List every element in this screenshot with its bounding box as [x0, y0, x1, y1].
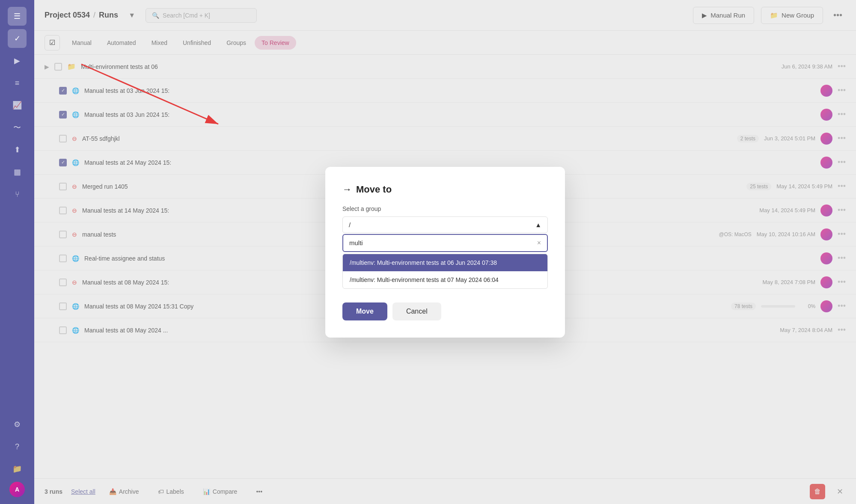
move-button[interactable]: Move — [342, 302, 387, 320]
sidebar-icon-wave[interactable]: 〜 — [8, 118, 27, 137]
cancel-button[interactable]: Cancel — [392, 302, 441, 320]
group-option-label: /multienv: Multi-environment tests at 07… — [350, 276, 499, 283]
select-group-label: Select a group — [342, 205, 548, 212]
sidebar-icon-list[interactable]: ≡ — [8, 74, 27, 92]
sidebar: ☰ ✓ ▶ ≡ 📈 〜 ⬆ ▦ ⑂ ⚙ ? 📁 A — [0, 0, 34, 504]
move-to-modal: → Move to Select a group / ▲ × /multienv… — [325, 167, 565, 338]
sidebar-icon-barchart[interactable]: ▦ — [8, 163, 27, 181]
dropdown-arrow-icon: ▲ — [535, 221, 541, 228]
sidebar-icon-check[interactable]: ✓ — [8, 29, 27, 48]
sidebar-icon-chart[interactable]: 📈 — [8, 96, 27, 115]
annotation-arrow — [73, 56, 253, 141]
modal-actions: Move Cancel — [342, 302, 548, 320]
sidebar-icon-menu[interactable]: ☰ — [8, 7, 27, 26]
modal-title: → Move to — [342, 184, 548, 195]
main-content: Project 0534 / Runs ▼ 🔍 Search [Cmd + K]… — [34, 0, 856, 504]
sidebar-icon-settings[interactable]: ⚙ — [8, 415, 27, 434]
modal-overlay: → Move to Select a group / ▲ × /multienv… — [34, 0, 856, 504]
sidebar-icon-folder[interactable]: 📁 — [8, 460, 27, 478]
sidebar-icon-play[interactable]: ▶ — [8, 51, 27, 70]
sidebar-icon-branch[interactable]: ⑂ — [8, 185, 27, 204]
arrow-icon: → — [342, 184, 352, 195]
modal-title-text: Move to — [356, 184, 392, 195]
group-search-input[interactable] — [349, 239, 534, 246]
clear-search-button[interactable]: × — [537, 239, 541, 247]
group-option[interactable]: /multienv: Multi-environment tests at 07… — [343, 271, 547, 288]
group-search-box: × — [342, 234, 548, 252]
svg-line-1 — [81, 64, 218, 124]
sidebar-icon-help[interactable]: ? — [8, 437, 27, 456]
group-options-list: /multienv: Multi-environment tests at 06… — [342, 254, 548, 289]
avatar[interactable]: A — [9, 482, 25, 497]
group-option-label: /multienv: Multi-environment tests at 06… — [350, 259, 497, 266]
sidebar-icon-inbox[interactable]: ⬆ — [8, 140, 27, 159]
group-select-box[interactable]: / ▲ — [342, 216, 548, 233]
group-option[interactable]: /multienv: Multi-environment tests at 06… — [343, 254, 547, 271]
current-group-value: / — [349, 221, 351, 228]
